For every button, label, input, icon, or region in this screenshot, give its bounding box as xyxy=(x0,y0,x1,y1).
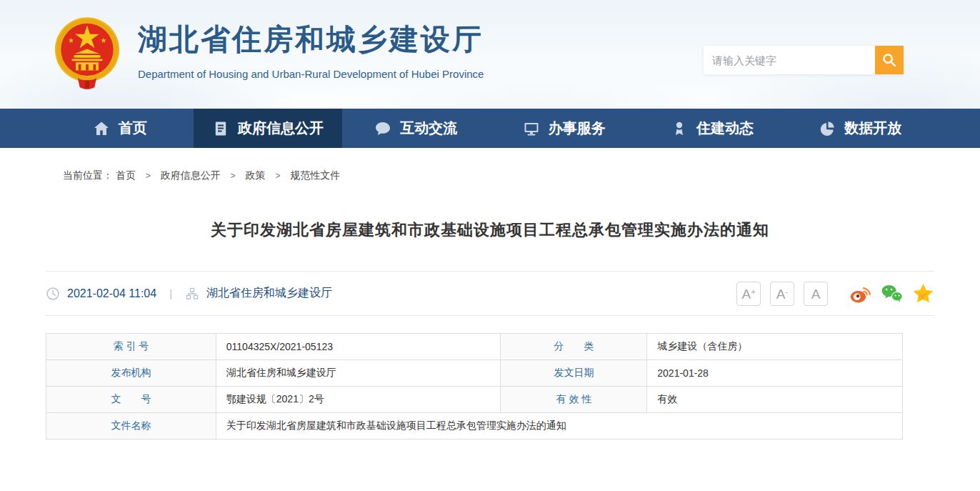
table-row: 文 号 鄂建设规〔2021〕2号 有 效 性 有效 xyxy=(46,387,903,413)
brand-text: 湖北省住房和城乡建设厅 Department of Housing and Ur… xyxy=(138,16,484,80)
weibo-icon xyxy=(849,282,871,304)
brand: 湖北省住房和城乡建设厅 Department of Housing and Ur… xyxy=(54,16,484,91)
breadcrumb-separator: > xyxy=(231,171,236,181)
validity-label: 有 效 性 xyxy=(501,387,647,413)
nav-item-gov-info[interactable]: 政府信息公开 xyxy=(194,109,341,148)
issue-date-value: 2021-01-28 xyxy=(647,360,903,387)
publish-time: 2021-02-04 11:04 xyxy=(67,287,156,300)
person-icon xyxy=(671,120,688,137)
qzone-share-button[interactable] xyxy=(911,282,934,305)
font-btn-label: A xyxy=(741,287,751,301)
pie-chart-icon xyxy=(819,120,836,137)
document-title-value: 关于印发湖北省房屋建筑和市政基础设施项目工程总承包管理实施办法的通知 xyxy=(216,413,902,440)
weibo-share-button[interactable] xyxy=(849,282,871,305)
nav-item-label: 数据开放 xyxy=(844,119,901,138)
article-meta-actions: A+ A- A xyxy=(736,282,934,306)
font-btn-sup: + xyxy=(751,288,755,296)
breadcrumb: 当前位置： 首页 > 政府信息公开 > 政策 > 规范性文件 xyxy=(46,148,934,182)
breadcrumb-separator: > xyxy=(146,171,151,181)
clock-icon xyxy=(46,287,60,301)
table-row: 发布机构 湖北省住房和城乡建设厅 发文日期 2021-01-28 xyxy=(46,360,903,387)
nav-item-home[interactable]: 首页 xyxy=(46,109,194,148)
font-btn-label: A xyxy=(776,287,786,301)
article-source: 湖北省住房和城乡建设厅 xyxy=(206,286,332,301)
category-value: 城乡建设（含住房） xyxy=(647,334,903,360)
category-label: 分 类 xyxy=(501,334,647,360)
font-increase-button[interactable]: A+ xyxy=(736,282,761,306)
document-info-table: 索 引 号 01104325X/2021-05123 分 类 城乡建设（含住房）… xyxy=(46,333,903,440)
share-icons xyxy=(849,282,934,305)
site-header: 湖北省住房和城乡建设厅 Department of Housing and Ur… xyxy=(0,0,980,109)
breadcrumb-item-policy[interactable]: 政策 xyxy=(245,169,265,181)
national-emblem-icon xyxy=(54,16,121,91)
home-icon xyxy=(93,120,110,137)
meta-separator: | xyxy=(169,287,172,299)
issuing-agency-label: 发布机构 xyxy=(46,360,216,387)
nav-item-label: 办事服务 xyxy=(549,119,606,138)
breadcrumb-item-normative-docs[interactable]: 规范性文件 xyxy=(290,169,340,181)
font-reset-button[interactable]: A xyxy=(804,282,828,306)
table-row: 索 引 号 01104325X/2021-05123 分 类 城乡建设（含住房） xyxy=(46,334,903,360)
breadcrumb-item-home[interactable]: 首页 xyxy=(116,169,136,181)
breadcrumb-separator: > xyxy=(275,171,280,181)
organization-icon xyxy=(185,287,199,301)
nav-item-label: 政府信息公开 xyxy=(238,119,324,138)
nav-item-label: 住建动态 xyxy=(696,119,754,138)
main-nav: 首页 政府信息公开 互动交流 办事服务 xyxy=(0,109,980,148)
table-row: 文件名称 关于印发湖北省房屋建筑和市政基础设施项目工程总承包管理实施办法的通知 xyxy=(46,413,903,440)
site-subtitle: Department of Housing and Urban-Rural De… xyxy=(138,68,484,80)
info-doc-icon xyxy=(212,120,229,137)
qzone-icon xyxy=(912,282,934,304)
site-title: 湖北省住房和城乡建设厅 xyxy=(138,20,484,59)
document-number-label: 文 号 xyxy=(46,387,216,413)
search-bar xyxy=(704,46,904,74)
index-number-value: 01104325X/2021-05123 xyxy=(216,334,501,360)
breadcrumb-prefix: 当前位置： xyxy=(63,169,113,181)
font-btn-sup: - xyxy=(786,288,789,296)
breadcrumb-item-gov-info[interactable]: 政府信息公开 xyxy=(161,169,221,181)
index-number-label: 索 引 号 xyxy=(46,334,216,360)
wechat-icon xyxy=(881,282,903,304)
nav-item-interaction[interactable]: 互动交流 xyxy=(342,109,490,148)
search-button[interactable] xyxy=(875,46,904,74)
nav-item-label: 互动交流 xyxy=(400,119,457,138)
monitor-icon xyxy=(523,120,540,137)
article-title: 关于印发湖北省房屋建筑和市政基础设施项目工程总承包管理实施办法的通知 xyxy=(46,219,934,241)
article-meta-info: 2021-02-04 11:04 | 湖北省住房和城乡建设厅 xyxy=(46,286,332,301)
issuing-agency-value: 湖北省住房和城乡建设厅 xyxy=(216,360,501,387)
article-meta-bar: 2021-02-04 11:04 | 湖北省住房和城乡建设厅 A+ A- A xyxy=(46,271,934,316)
font-decrease-button[interactable]: A- xyxy=(770,282,794,306)
wechat-share-button[interactable] xyxy=(880,282,903,305)
nav-item-open-data[interactable]: 数据开放 xyxy=(786,109,934,148)
validity-value: 有效 xyxy=(647,387,903,413)
search-icon xyxy=(881,52,897,68)
search-input[interactable] xyxy=(704,46,875,74)
font-btn-label: A xyxy=(811,287,821,301)
document-number-value: 鄂建设规〔2021〕2号 xyxy=(216,387,501,413)
issue-date-label: 发文日期 xyxy=(501,360,647,387)
document-title-label: 文件名称 xyxy=(46,413,216,440)
nav-item-label: 首页 xyxy=(119,119,147,138)
nav-item-services[interactable]: 办事服务 xyxy=(490,109,638,148)
chat-bubble-icon xyxy=(374,120,391,137)
nav-item-news[interactable]: 住建动态 xyxy=(638,109,786,148)
